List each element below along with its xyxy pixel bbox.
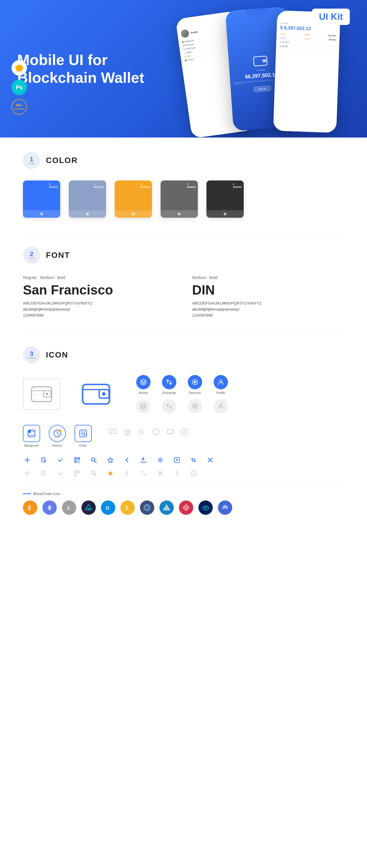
color-section-header: 1 ONE COLOR	[23, 152, 344, 169]
font-section-title: FONT	[46, 251, 70, 260]
svg-rect-57	[78, 462, 78, 463]
divider-1	[23, 235, 344, 235]
din-lowercase: abcdefghijklmnopqrstuvwxyz	[192, 307, 344, 311]
color-section-title: COLOR	[46, 156, 78, 165]
sf-uppercase: ABCDEFGHIJKLMNOPQRSTUVWXYZ	[23, 301, 175, 305]
svg-point-20	[194, 381, 196, 383]
icon-section: 3 THREE ICON	[23, 346, 344, 515]
plus-icon	[23, 456, 32, 464]
history-label: History	[53, 444, 62, 447]
assets-icon	[136, 375, 150, 389]
nav-icon-exchange-outline	[158, 399, 181, 413]
exchange-label: Exchange	[162, 391, 176, 395]
svg-rect-75	[75, 474, 77, 476]
ethereum-icon	[43, 500, 57, 515]
nav-icons-container: Assets Exchange	[132, 375, 232, 413]
strat-icon	[160, 500, 174, 515]
bitcoin-icon: ₿	[23, 500, 37, 515]
color-card-blue: #3574FA	[23, 181, 60, 218]
font-section-header: 2 TWO FONT	[23, 247, 344, 264]
profile-outline-icon	[214, 399, 228, 413]
font-grid: Regular ' Medium ' Bold San Francisco AB…	[23, 275, 344, 317]
litecoin-icon: Ł	[62, 500, 76, 515]
mangment-icon-item: Mangment	[23, 425, 40, 447]
chevron-left-icon	[123, 456, 131, 464]
svg-rect-37	[110, 429, 116, 433]
dash-icon: D	[101, 500, 115, 515]
blockchain-label-text: BlockChain Icon	[33, 492, 60, 496]
profile-label: Profile	[216, 391, 225, 395]
chat-icon	[109, 428, 117, 437]
nav-icon-profile-outline	[209, 399, 232, 413]
nav-icon-discover-outline	[184, 399, 206, 413]
svg-point-23	[194, 405, 196, 407]
misc-icons-row	[109, 428, 189, 437]
din-numbers: 1234567890	[192, 313, 344, 317]
svg-marker-78	[108, 471, 113, 476]
icon-section-header: 3 THREE ICON	[23, 346, 344, 364]
golem-icon	[198, 500, 213, 515]
icon-section-number: 3 THREE	[23, 346, 40, 364]
doc-gray-icon	[39, 469, 48, 477]
color-section: 1 ONE COLOR #3574FA #8DA0C8 #F5A623 #666…	[23, 152, 344, 218]
mangment-icon	[23, 425, 40, 442]
qr-icon	[73, 456, 81, 464]
blockchain-label: BlockChain Icon	[23, 492, 344, 496]
moon-icon	[138, 428, 146, 437]
ark-icon	[179, 500, 193, 515]
assets-label: Assets	[139, 391, 148, 395]
check-gray-icon	[56, 469, 65, 477]
order-icon	[75, 425, 92, 442]
font-san-francisco: Regular ' Medium ' Bold San Francisco AB…	[23, 275, 175, 317]
svg-point-43	[185, 430, 185, 431]
info-gray-icon	[189, 469, 198, 477]
hero-title-regular: Mobile UI for Blockchain	[17, 52, 108, 86]
chevron-gray-icon	[123, 469, 131, 477]
app-icons-row: Mangment i History	[23, 425, 344, 447]
profile-icon	[214, 375, 228, 389]
svg-rect-58	[79, 462, 80, 463]
ps-badge: Ps	[11, 80, 27, 95]
nav-icon-assets-outline	[132, 399, 155, 413]
search-gray-icon	[89, 469, 98, 477]
screens-badge: 60+ Screens	[11, 99, 27, 115]
din-name: DIN	[192, 282, 344, 298]
svg-rect-74	[78, 471, 80, 473]
tools-badges: Ps 60+ Screens	[11, 60, 27, 115]
mangment-label: Mangment	[24, 444, 39, 447]
history-icon: i	[49, 425, 66, 442]
svg-marker-92	[144, 504, 150, 511]
svg-point-98	[205, 507, 206, 508]
svg-marker-61	[108, 458, 113, 463]
hero-title-bold: Wallet	[101, 69, 144, 86]
nav-icon-profile: Profile	[209, 375, 232, 395]
info-icon	[181, 428, 189, 437]
svg-marker-85	[48, 505, 52, 508]
doc-edit-icon	[39, 456, 48, 464]
svg-text:₿: ₿	[28, 505, 31, 511]
check-icon	[56, 456, 65, 464]
wallet-grid-icon-outline	[23, 378, 60, 410]
phone-mockup-3: myWallet $ 6,297,502.12 ₿ BTC+5.99%738-2…	[273, 10, 341, 133]
svg-rect-56	[79, 461, 80, 461]
color-swatches-container: #3574FA #8DA0C8 #F5A623 #666666 #303030	[23, 181, 344, 218]
arrows-gray-icon	[139, 469, 148, 477]
blockchain-label-line	[23, 493, 31, 494]
small-icons-row-1	[23, 456, 344, 464]
layers-icon	[123, 428, 131, 437]
svg-text:D: D	[106, 505, 109, 511]
din-style-label: Medium ' Bold	[192, 275, 344, 280]
svg-point-21	[220, 380, 222, 382]
svg-rect-70	[41, 471, 45, 475]
nav-icon-exchange: Exchange	[158, 375, 181, 395]
sf-numbers: 1234567890	[23, 313, 175, 317]
discover-icon	[188, 375, 202, 389]
hero-title: Mobile UI for Blockchain Wallet	[17, 51, 161, 87]
svg-rect-54	[75, 461, 76, 462]
close-icon	[206, 456, 215, 464]
nav-icon-discover: Discover	[184, 375, 206, 395]
color-section-number: 1 ONE	[23, 152, 40, 169]
color-card-orange: #F5A623	[115, 181, 152, 218]
color-card-grey-blue: #8DA0C8	[69, 181, 106, 218]
grid-icon-crypto	[140, 500, 154, 515]
